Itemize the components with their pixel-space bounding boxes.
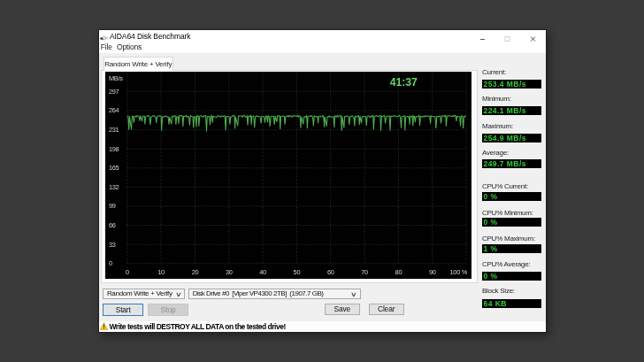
- svg-text:30: 30: [226, 268, 233, 276]
- svg-text:198: 198: [109, 145, 119, 153]
- svg-text:MB/s: MB/s: [109, 74, 123, 82]
- svg-text:165: 165: [109, 164, 119, 172]
- svg-text:80: 80: [395, 268, 402, 276]
- svg-text:40: 40: [259, 268, 266, 276]
- svg-text:50: 50: [294, 268, 301, 276]
- svg-text:132: 132: [109, 183, 119, 191]
- svg-text:0: 0: [109, 259, 112, 267]
- svg-text:90: 90: [429, 268, 436, 276]
- svg-text:60: 60: [327, 268, 334, 276]
- svg-text:99: 99: [109, 202, 116, 210]
- svg-text:41:37: 41:37: [390, 76, 418, 89]
- svg-text:10: 10: [157, 268, 165, 276]
- svg-text:231: 231: [109, 126, 119, 134]
- svg-text:264: 264: [109, 106, 119, 114]
- svg-text:20: 20: [192, 268, 199, 276]
- svg-text:33: 33: [109, 241, 116, 249]
- svg-text:66: 66: [109, 221, 116, 229]
- svg-text:0: 0: [126, 268, 129, 276]
- svg-text:70: 70: [361, 268, 368, 276]
- svg-text:100 %: 100 %: [450, 268, 468, 276]
- svg-text:297: 297: [109, 88, 119, 96]
